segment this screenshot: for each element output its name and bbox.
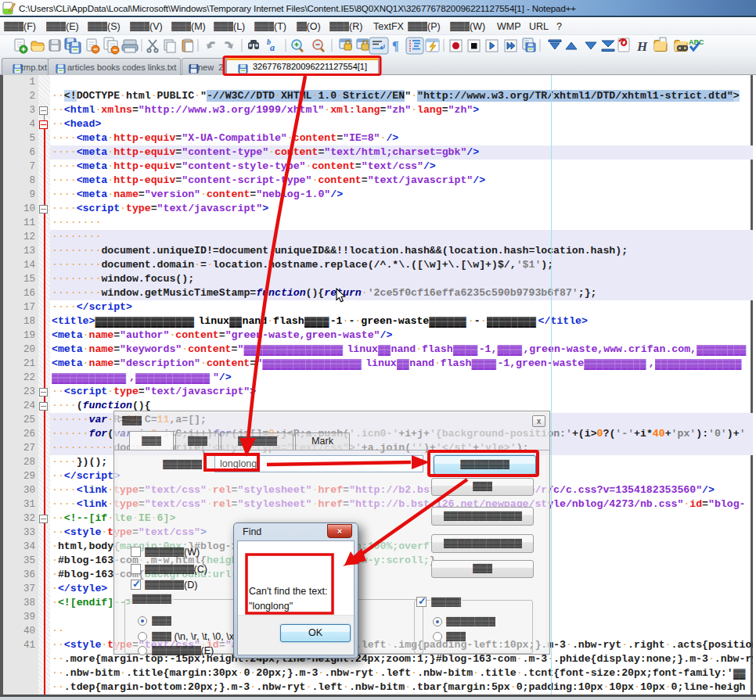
svg-text:H: H [636, 39, 648, 54]
svg-text:a: a [270, 42, 275, 53]
svg-text:¶: ¶ [392, 39, 399, 52]
